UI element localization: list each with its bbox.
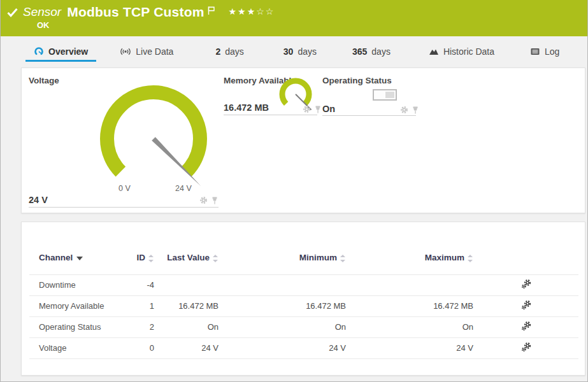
tab-label: days [298,46,317,57]
column-header-maximum[interactable]: Maximum [346,241,473,274]
column-header-label: Maximum [425,253,464,262]
column-header-last-value[interactable]: Last Value [154,241,219,274]
pin-icon[interactable] [412,106,419,114]
last-value-cell: 16.472 MB [154,295,219,316]
memory-block-divider [224,115,317,115]
sort-icon [340,255,346,262]
favorite-flag-icon[interactable] [208,6,215,15]
sort-desc-icon [76,257,83,260]
column-header-label: Last Value [167,253,210,262]
maximum-cell: 16.472 MB [346,295,473,316]
table-row: Downtime -4 [29,274,578,295]
column-header-channel[interactable]: Channel [29,241,125,274]
tab-30-days[interactable]: 30 days [275,43,325,62]
tab-log[interactable]: Log [522,43,568,62]
minimum-cell: 24 V [219,337,346,358]
table-header-row: Channel ID Last Value Minimum Maximum [29,241,578,274]
sensor-title: Modbus TCP Custom [67,4,204,20]
tab-live-data[interactable]: Live Data [111,43,182,62]
column-header-minimum[interactable]: Minimum [219,241,346,274]
sensor-header: Sensor Modbus TCP Custom ★★★☆☆ OK [1,0,587,36]
channel-id-cell: 1 [125,295,154,316]
tab-label: days [371,46,391,57]
last-value-cell [154,274,219,295]
last-value-cell: On [154,316,219,337]
operating-block-actions [400,106,419,114]
priority-stars[interactable]: ★★★☆☆ [229,6,275,17]
voltage-scale-min: 0 V [118,184,131,193]
column-header-settings [473,241,578,274]
voltage-scale-max: 24 V [175,184,192,193]
table-row: Operating Status 2 On On On [29,316,578,337]
tab-365-days[interactable]: 365 days [344,43,399,62]
voltage-gauge [90,78,217,190]
tab-label: Overview [48,46,88,57]
memory-block-actions [303,105,322,113]
channel-settings-icon[interactable] [521,300,531,312]
channel-settings-icon[interactable] [521,321,531,333]
status-check-icon [7,8,18,17]
sort-icon [213,255,219,262]
minimum-cell: On [219,316,346,337]
channel-id-cell: -4 [125,274,154,295]
switch-knob [385,92,394,98]
log-list-icon [530,46,540,57]
memory-last-value: 16.472 MB [224,103,269,113]
minimum-cell: 16.472 MB [219,295,346,316]
channel-table-panel: Channel ID Last Value Minimum Maximum [21,222,585,376]
tab-settings[interactable]: Settings [584,43,588,62]
operating-status-title: Operating Status [322,76,392,85]
tab-number: 30 [283,46,294,57]
broadcast-icon [120,46,131,57]
voltage-gauge-title: Voltage [29,76,59,85]
maximum-cell [346,274,473,295]
tab-label: Live Data [136,46,173,57]
pin-icon[interactable] [211,197,219,204]
channel-settings-icon[interactable] [521,342,531,354]
sort-icon [148,255,154,262]
voltage-last-value: 24 V [29,195,48,205]
operating-status-last-value: On [322,104,335,114]
channel-settings-icon[interactable] [521,279,531,291]
tab-label: Historic Data [443,46,494,57]
maximum-cell: 24 V [346,337,473,358]
pin-icon[interactable] [314,106,322,113]
tab-bar: Overview Live Data 2 days 30 days 365 da… [1,36,587,66]
operating-block-divider [322,115,416,116]
operating-status-switch-indicator [373,89,397,101]
tab-overview[interactable]: Overview [25,43,96,62]
tab-number: 2 [215,46,220,57]
voltage-block-actions [199,196,219,204]
table-row: Voltage 0 24 V 24 V 24 V [29,337,578,358]
sensor-status-badge: OK [37,20,50,30]
object-kind-label: Sensor [23,5,61,19]
gear-icon[interactable] [199,196,208,204]
voltage-block-divider [29,207,219,208]
channel-name-cell[interactable]: Downtime [29,274,125,295]
area-chart-icon [429,46,439,57]
sort-icon [468,255,473,262]
channel-name-cell[interactable]: Voltage [29,337,125,358]
column-header-label: Channel [39,253,73,262]
gear-icon[interactable] [303,105,311,113]
gear-icon[interactable] [400,106,408,114]
column-header-id[interactable]: ID [125,241,154,274]
tab-number: 365 [352,46,367,57]
table-row: Memory Available 1 16.472 MB 16.472 MB 1… [29,295,578,316]
channel-id-cell: 2 [125,316,154,337]
maximum-cell: On [346,316,473,337]
tab-label: days [225,46,244,57]
tab-label: Log [545,46,559,57]
overview-gauges-panel: Voltage 0 V 24 V 24 V Memory Available 1… [21,67,585,213]
channel-name-cell[interactable]: Memory Available [29,295,125,316]
channel-id-cell: 0 [125,337,154,358]
column-header-label: Minimum [299,253,337,262]
prtg-sensor-page: Sensor Modbus TCP Custom ★★★☆☆ OK Overvi… [0,0,588,382]
tab-historic-data[interactable]: Historic Data [420,43,503,62]
channel-table: Channel ID Last Value Minimum Maximum [29,241,578,359]
last-value-cell: 24 V [154,337,219,358]
column-header-label: ID [137,253,146,262]
minimum-cell [219,274,346,295]
tab-2-days[interactable]: 2 days [207,43,252,62]
channel-name-cell[interactable]: Operating Status [29,316,125,337]
